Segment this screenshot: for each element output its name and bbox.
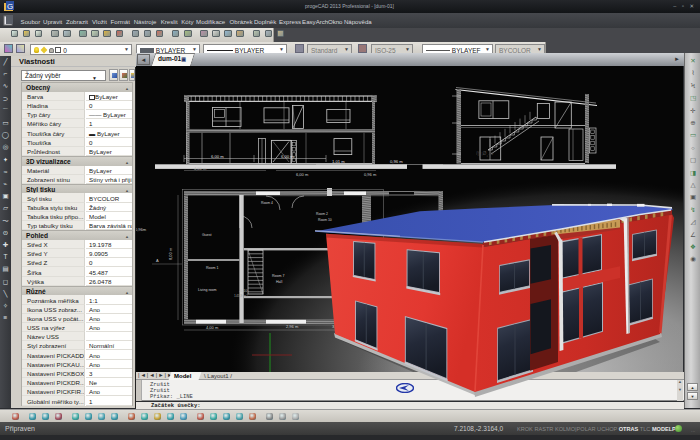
svg-text:-0,10: -0,10	[239, 289, 247, 293]
svg-text:0,96 m: 0,96 m	[390, 159, 403, 164]
svg-text:4,00 m: 4,00 m	[194, 166, 207, 171]
svg-text:Hall: Hall	[276, 280, 282, 284]
svg-text:6,00 m: 6,00 m	[281, 154, 294, 159]
svg-text:Living room: Living room	[198, 288, 217, 292]
svg-text:Room 2: Room 2	[316, 212, 328, 216]
svg-text:Room 7: Room 7	[272, 274, 285, 278]
svg-text:1,01 m: 1,01 m	[332, 159, 345, 164]
svg-text:/|ν,Ø¸..ν: /|ν,Ø¸..ν	[476, 150, 494, 157]
svg-text:Room 1: Room 1	[206, 266, 219, 270]
svg-text:6,00 m: 6,00 m	[211, 154, 224, 159]
svg-text:G: G	[7, 2, 13, 11]
svg-text:8,00 m: 8,00 m	[168, 247, 173, 260]
svg-text:Guest: Guest	[202, 233, 212, 237]
svg-text:A: A	[156, 258, 159, 263]
svg-text:Room 4: Room 4	[261, 201, 273, 205]
svg-text:0,96 m: 0,96 m	[364, 172, 377, 177]
svg-text:0,96m: 0,96m	[136, 227, 147, 232]
svg-text:145,9 m2: 145,9 m2	[234, 294, 248, 298]
svg-text:2,96 m: 2,96 m	[286, 324, 299, 329]
svg-text:3,00 m: 3,00 m	[332, 324, 345, 329]
svg-text:6,00 m: 6,00 m	[296, 172, 309, 177]
svg-text:Room 10: Room 10	[318, 218, 332, 222]
svg-text:4,00 m: 4,00 m	[206, 325, 219, 330]
